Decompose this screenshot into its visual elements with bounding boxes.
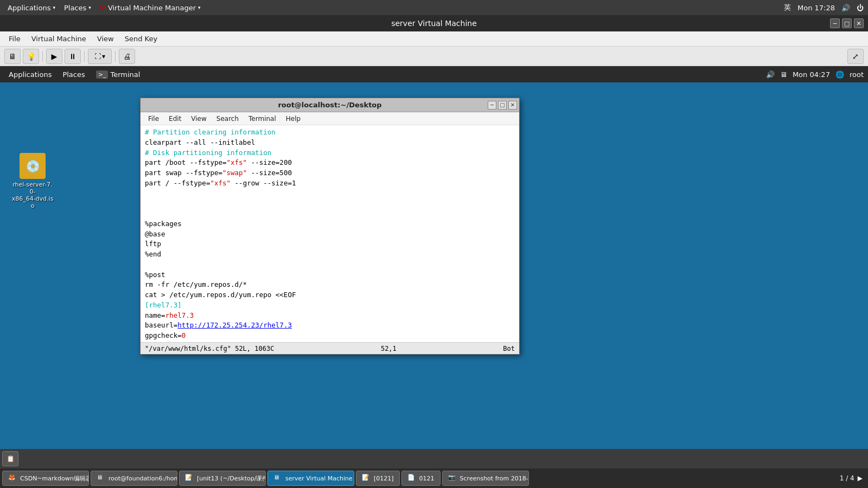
term-search-menu[interactable]: Search (212, 114, 243, 124)
csdn-label: CSDN~markdown编辑器~... (20, 474, 89, 483)
terminal-close-button[interactable]: ✕ (508, 101, 517, 110)
taskbar-page-indicator: 1 / 4 ▶ (840, 474, 866, 482)
language-indicator[interactable]: 英 (784, 3, 791, 12)
taskbar-item-screenshot[interactable]: 📷 Screenshot from 2018-O... (442, 471, 529, 486)
inner-taskbar-item[interactable]: 📋 (2, 451, 18, 466)
inner-vm-taskbar: 📋 (0, 449, 868, 468)
terminal-maximize-button[interactable]: □ (498, 101, 507, 110)
vmm-label: Virtual Machine Manager (108, 4, 196, 12)
applications-menu[interactable]: Applications ▾ (4, 3, 59, 13)
term-line-10: %packages (145, 219, 515, 229)
inner-places-label: Places (62, 70, 85, 79)
term-line-8 (145, 198, 515, 209)
power-icon[interactable]: ⏻ (857, 4, 864, 12)
term-line-20: baseurl=http://172.25.254.23/rhel7.3 (145, 320, 515, 331)
terminal-window: root@localhost:~/Desktop ─ □ ✕ File Edit… (140, 98, 520, 355)
toolbar-sep-2 (84, 51, 85, 62)
term-line-9 (145, 209, 515, 219)
resize-corner-button[interactable]: ⤢ (847, 49, 864, 64)
inner-time: Mon 04:27 (793, 70, 830, 79)
term-line-4: part /boot --fstype="xfs" --size=200 (145, 158, 515, 168)
desktop-icon-rhel-iso[interactable]: 💿 rhel-server-7.0-x86_64-dvd.iso (11, 153, 54, 209)
top-bar-left: Applications ▾ Places ▾ V Virtual Machin… (4, 3, 204, 13)
0121b-icon: 📝 (362, 474, 371, 483)
places-menu[interactable]: Places ▾ (61, 3, 94, 13)
unit13-label: [unit13 (~/Desktop/课件) ... (197, 474, 266, 483)
desktop-area: 💿 rhel-server-7.0-x86_64-dvd.iso root@lo… (0, 82, 868, 449)
inner-volume-icon[interactable]: 🔊 (766, 70, 775, 79)
unit13-icon: 📝 (185, 474, 194, 483)
toolbar-right: ⤢ (847, 49, 864, 64)
scroll-right-icon[interactable]: ▶ (858, 474, 863, 482)
term-file-menu[interactable]: File (144, 114, 163, 124)
term-line-14 (145, 260, 515, 270)
terminal-content[interactable]: # Partition clearing information clearpa… (141, 125, 519, 342)
inner-applications-label: Applications (9, 70, 52, 79)
terminal-title-bar: root@localhost:~/Desktop ─ □ ✕ (141, 98, 519, 112)
vm-virtual-machine-menu[interactable]: Virtual Machine (27, 33, 91, 44)
term-line-15: %post (145, 270, 515, 280)
status-file-info: "/var/www/html/ks.cfg" 52L, 1063C (145, 345, 274, 352)
monitor-button[interactable]: 🖥 (4, 49, 21, 64)
vm-display: Applications Places >_ Terminal 🔊 🖥 Mon … (0, 66, 868, 468)
inner-places-menu[interactable]: Places (58, 69, 89, 80)
term-help-menu[interactable]: Help (282, 114, 305, 124)
inner-terminal-label: Terminal (110, 70, 140, 79)
close-button[interactable]: ✕ (854, 18, 864, 28)
term-line-1: # Partition clearing information (145, 127, 515, 138)
inner-applications-menu[interactable]: Applications (4, 69, 56, 80)
taskbar-item-root-foundation[interactable]: 🖥 root@foundation6:/home/... (91, 471, 177, 486)
printer-button[interactable]: 🖨 (119, 49, 135, 64)
inner-top-bar-left: Applications Places >_ Terminal (4, 69, 144, 80)
taskbar-item-0121[interactable]: 📄 0121 (401, 471, 441, 486)
terminal-title: root@localhost:~/Desktop (278, 101, 381, 109)
taskbar-item-csdn[interactable]: 🦊 CSDN~markdown编辑器~... (2, 471, 89, 486)
fullscreen-arrow: ▾ (102, 53, 105, 60)
play-button[interactable]: ▶ (46, 49, 62, 64)
term-edit-menu[interactable]: Edit (164, 114, 186, 124)
term-line-11: @base (145, 229, 515, 240)
outer-taskbar: 🦊 CSDN~markdown编辑器~... 🖥 root@foundation… (0, 468, 868, 488)
vm-file-menu[interactable]: File (4, 33, 25, 44)
taskbar-item-server-vm[interactable]: 🖥 server Virtual Machine (267, 471, 354, 486)
inner-top-bar: Applications Places >_ Terminal 🔊 🖥 Mon … (0, 66, 868, 82)
fullscreen-icon: ⛶ (94, 53, 101, 60)
terminal-tab-icon: >_ (96, 70, 108, 79)
term-line-13: %end (145, 249, 515, 260)
terminal-minimize-button[interactable]: ─ (488, 101, 496, 110)
vm-view-menu[interactable]: View (93, 33, 118, 44)
fullscreen-button[interactable]: ⛶ ▾ (88, 49, 112, 64)
volume-icon[interactable]: 🔊 (841, 4, 850, 12)
iso-icon-image: 💿 (20, 153, 46, 179)
0121b-label: [0121] (374, 475, 394, 482)
toolbar-sep-3 (115, 51, 116, 62)
term-line-6: part / --fstype="xfs" --grow --size=1 (145, 178, 515, 189)
inner-terminal-menu[interactable]: >_ Terminal (92, 69, 145, 80)
maximize-button[interactable]: □ (842, 18, 852, 28)
term-view-menu[interactable]: View (187, 114, 210, 124)
taskbar-item-0121-bracket[interactable]: 📝 [0121] (356, 471, 400, 486)
window-title: server Virtual Machine (391, 19, 477, 28)
root-foundation-icon: 🖥 (97, 474, 105, 483)
lightbulb-button[interactable]: 💡 (23, 49, 39, 64)
vm-toolbar: 🖥 💡 ▶ ⏸ ⛶ ▾ 🖨 ⤢ (0, 47, 868, 66)
term-line-16: rm -fr /etc/yum.repos.d/* (145, 280, 515, 290)
server-vm-label: server Virtual Machine (285, 475, 353, 482)
inner-network-icon: 🌐 (835, 70, 844, 79)
inner-top-bar-right: 🔊 🖥 Mon 04:27 🌐 root (766, 70, 864, 79)
top-system-bar: Applications ▾ Places ▾ V Virtual Machin… (0, 0, 868, 15)
vmm-menu[interactable]: V Virtual Machine Manager ▾ (97, 3, 204, 13)
screenshot-label: Screenshot from 2018-O... (460, 475, 529, 482)
terminal-status-bar: "/var/www/html/ks.cfg" 52L, 1063C 52,1 B… (141, 342, 519, 354)
vm-send-key-menu[interactable]: Send Key (120, 33, 162, 44)
window-controls: ─ □ ✕ (830, 18, 864, 28)
pause-button[interactable]: ⏸ (65, 49, 81, 64)
term-line-7 (145, 189, 515, 199)
places-label: Places (64, 4, 86, 12)
inner-display-icon[interactable]: 🖥 (780, 70, 787, 79)
minimize-button[interactable]: ─ (830, 18, 840, 28)
term-terminal-menu[interactable]: Terminal (244, 114, 280, 124)
taskbar-item-unit13[interactable]: 📝 [unit13 (~/Desktop/课件) ... (179, 471, 266, 486)
screenshot-icon: 📷 (448, 474, 457, 483)
term-line-21: gpgcheck=0 (145, 331, 515, 341)
